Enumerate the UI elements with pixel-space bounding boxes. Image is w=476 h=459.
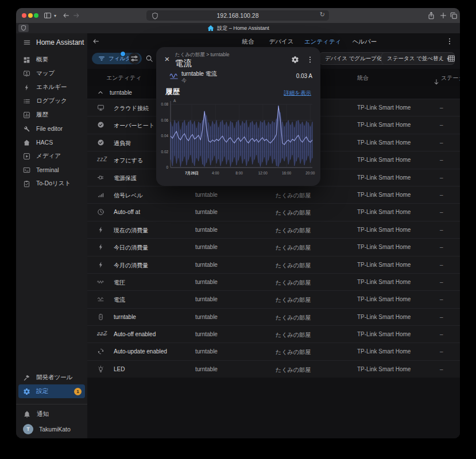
check-circle-icon (97, 121, 105, 129)
device-name: turntable (195, 366, 218, 372)
integration-name: TP-Link Smart Home (357, 157, 411, 163)
sidebar-item-energy[interactable]: エネルギー (16, 80, 87, 94)
status-value: – (440, 262, 443, 268)
table-row-signal-level[interactable]: 信号レベルturntableたくみの部屋TP-Link Smart Home– (87, 186, 460, 203)
nav-back-button[interactable] (92, 36, 100, 46)
current-ac-icon (97, 295, 105, 303)
entity-name: オフにする (114, 157, 143, 165)
dialog-entity-name[interactable]: turntable 電流 (181, 70, 217, 78)
hammer-icon (23, 374, 30, 382)
filter-active-badge (120, 51, 126, 57)
column-header-entity[interactable]: エンティティ (106, 74, 141, 82)
sidebar-item-label: To-Doリスト (36, 180, 71, 188)
dialog-settings-button[interactable] (289, 54, 301, 65)
sidebar-item-user[interactable]: T TakumiKato (16, 422, 87, 436)
sidebar-item-file-editor[interactable]: File editor (16, 122, 87, 135)
table-row-month-consumption[interactable]: 今月の消費量turntableたくみの部屋TP-Link Smart Home– (87, 256, 460, 273)
panel-toggle-icon (44, 11, 52, 20)
sine-wave-icon (97, 278, 105, 286)
plus-icon (439, 11, 447, 20)
dialog-overflow-button[interactable] (304, 54, 316, 65)
sidebar-toggle-icon[interactable] (44, 10, 52, 21)
entity-name: Auto-off at (114, 209, 140, 215)
column-header-integration[interactable]: 統合 (357, 74, 369, 82)
url-field[interactable]: 192.168.100.28 ↻ (146, 10, 329, 21)
sidebar-item-developer-tools[interactable]: 開発者ツール (16, 371, 87, 384)
menu-icon[interactable] (23, 38, 31, 46)
signal-icon (97, 191, 105, 199)
table-row-current[interactable]: 電流turntableたくみの部屋TP-Link Smart Home– (87, 290, 460, 308)
sidebar-item-history[interactable]: 履歴 (16, 108, 87, 122)
sidebar-item-terminal[interactable]: Terminal (16, 163, 87, 177)
shield-icon (151, 12, 159, 20)
sidebar-item-logbook[interactable]: ログブック (16, 94, 87, 108)
entity-name: Auto-off enabled (114, 331, 156, 337)
table-settings-button[interactable] (446, 53, 457, 64)
sidebar-item-notifications[interactable]: 通知 (16, 407, 87, 421)
sidebar-item-label: HACS (36, 139, 53, 146)
table-row-auto-update-enabled[interactable]: Auto-update enabledturntableたくみの部屋TP-Lin… (87, 343, 460, 360)
nav-tab-4[interactable]: ヘルパー (353, 38, 377, 46)
close-window-button[interactable] (22, 13, 26, 18)
table-row-current-consumption[interactable]: 現在の消費量turntableたくみの部屋TP-Link Smart Home– (87, 221, 460, 238)
back-button[interactable] (62, 10, 70, 21)
dialog-close-button[interactable]: × (161, 52, 173, 65)
sidebar-item-hacs[interactable]: HACS (16, 135, 87, 149)
table-row-auto-off-at[interactable]: Auto-off atturntableたくみの部屋TP-Link Smart … (87, 203, 460, 220)
sidebar-item-overview[interactable]: 概要 (16, 53, 87, 67)
search-button[interactable] (144, 53, 155, 64)
area-name: たくみの部屋 (276, 244, 311, 252)
entity-name: クラウド接続 (114, 104, 149, 112)
table-row-auto-off-enabled[interactable]: zzZAuto-off enabledturntableたくみの部屋TP-Lin… (87, 325, 460, 343)
new-tab-button[interactable] (439, 10, 447, 21)
area-name: たくみの部屋 (276, 209, 311, 217)
svg-text:0.04: 0.04 (161, 134, 169, 138)
column-header-status[interactable]: ステータス (441, 74, 460, 82)
status-value: – (440, 366, 443, 372)
dots-vertical-icon (446, 37, 454, 45)
status-value: – (440, 314, 443, 320)
integration-name: TP-Link Smart Home (357, 296, 411, 302)
settings-update-badge: 1 (74, 388, 82, 395)
integration-name: TP-Link Smart Home (357, 227, 411, 233)
sidebar-header: Home Assistant (16, 33, 87, 52)
device-name: turntable (195, 227, 218, 233)
filter-settings-button[interactable] (129, 53, 140, 64)
entity-name: 信号レベル (114, 192, 143, 200)
lightning-bolt-icon (23, 84, 30, 91)
status-value: – (440, 192, 443, 198)
sort-dropdown[interactable]: ステータス で並べ替え ▾ (381, 52, 455, 65)
status-value: – (440, 104, 443, 111)
nav-tab-3[interactable]: エンティティ (304, 38, 341, 46)
show-details-link[interactable]: 詳細を表示 (284, 90, 311, 97)
nav-overflow-button[interactable] (446, 36, 454, 46)
reload-icon[interactable]: ↻ (320, 11, 325, 18)
table-row-led[interactable]: LEDturntableたくみの部屋TP-Link Smart Home– (87, 360, 460, 378)
pinned-tab[interactable] (18, 24, 29, 32)
integration-name: TP-Link Smart Home (357, 139, 411, 146)
sort-label: ステータス で並べ替え (387, 55, 444, 63)
sleep-icon: zzZ (97, 156, 107, 162)
sidebar-divider (16, 404, 87, 404)
chart-box-icon (23, 111, 30, 119)
sidebar-item-media[interactable]: メディア (16, 149, 87, 163)
show-tabs-button[interactable] (450, 10, 458, 21)
integration-name: TP-Link Smart Home (357, 209, 411, 215)
area-name: たくみの部屋 (276, 296, 311, 304)
share-button[interactable] (427, 10, 435, 21)
nav-tab-1[interactable]: 統合 (242, 38, 254, 46)
forward-button[interactable] (72, 10, 80, 21)
sidebar-item-map[interactable]: マップ (16, 67, 87, 80)
table-row-voltage[interactable]: 電圧turntableたくみの部屋TP-Link Smart Home– (87, 273, 460, 290)
entity-name: turntable (114, 314, 136, 320)
table-row-turntable[interactable]: turntableturntableたくみの部屋TP-Link Smart Ho… (87, 308, 460, 325)
minimize-window-button[interactable] (28, 13, 33, 18)
group-by-label: デバイス でグループ化 (325, 55, 382, 63)
sidebar-item-settings[interactable]: 設定1 (18, 384, 85, 398)
zoom-window-button[interactable] (34, 13, 38, 18)
sidebar-item-todo-list[interactable]: To-Doリスト (16, 177, 87, 190)
table-row-today-consumption[interactable]: 今日の消費量turntableたくみの部屋TP-Link Smart Home– (87, 238, 460, 255)
nav-tab-2[interactable]: デバイス (269, 38, 294, 46)
tab-group-chevron-icon[interactable]: ▾ (54, 10, 56, 21)
active-browser-tab[interactable]: 設定 – Home Assistant (207, 24, 269, 32)
